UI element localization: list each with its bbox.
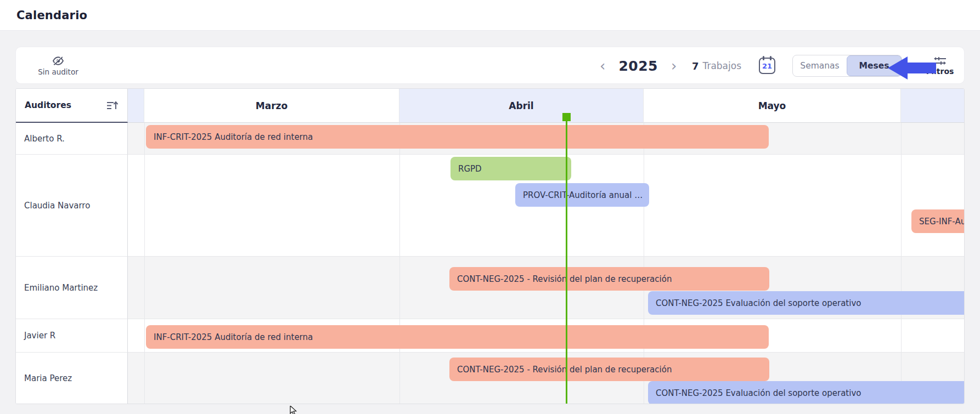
filters-label: Filtros	[926, 67, 954, 76]
gantt-task-bar[interactable]: CONT-NEG-2025 Evaluación del soporte ope…	[648, 291, 965, 315]
month-header-mayo: Mayo	[644, 89, 901, 123]
month-divider	[144, 155, 145, 256]
gantt-task-bar[interactable]: CONT-NEG-2025 - Revisión del plan de rec…	[449, 267, 769, 291]
year-navigation: ‹ 2025 ›	[598, 47, 679, 84]
today-marker-handle[interactable]	[562, 113, 571, 121]
no-auditor-toggle[interactable]: Sin auditor	[28, 52, 88, 80]
timeline-lane: INF-CRIT-2025 Auditoría de red interna	[128, 123, 965, 155]
sort-ascending-icon[interactable]	[106, 101, 119, 110]
timeline-lane: INF-CRIT-2025 Auditoría de red interna	[128, 319, 965, 353]
gantt-task-bar[interactable]: RGPD	[450, 157, 571, 180]
auditor-name[interactable]: Javier R	[16, 319, 128, 353]
month-header-abril: Abril	[399, 89, 644, 123]
month-divider	[399, 257, 400, 319]
gantt-task-bar[interactable]: SEG-INF-Aud	[911, 209, 965, 233]
auditors-header-label: Auditores	[25, 100, 71, 110]
month-divider	[144, 257, 145, 319]
gantt-task-bar[interactable]: INF-CRIT-2025 Auditoría de red interna	[146, 325, 769, 349]
filters-button[interactable]: Filtros	[920, 51, 960, 81]
jobs-count: 7	[692, 60, 699, 72]
grid-header-row: Auditores MarzoAbrilMayo	[16, 89, 965, 123]
auditor-name[interactable]: Claudia Navarro	[16, 155, 128, 257]
eye-off-icon	[52, 56, 64, 66]
view-option-meses[interactable]: Meses	[847, 55, 902, 76]
month-divider	[399, 353, 400, 404]
previous-year-button[interactable]: ‹	[598, 59, 607, 73]
month-header-marzo: Marzo	[144, 89, 399, 123]
no-auditor-label: Sin auditor	[38, 67, 78, 76]
timeline-lane: CONT-NEG-2025 - Revisión del plan de rec…	[128, 257, 965, 319]
view-option-semanas[interactable]: Semanas	[793, 55, 847, 76]
jobs-count-label: Trabajos	[703, 60, 741, 71]
page-title: Calendario	[16, 0, 87, 31]
auditor-row: Alberto R.INF-CRIT-2025 Auditoría de red…	[16, 123, 965, 155]
jobs-counter: 7 Trabajos	[692, 47, 741, 84]
auditor-name[interactable]: Alberto R.	[16, 123, 128, 155]
timeline-lane: CONT-NEG-2025 - Revisión del plan de rec…	[128, 353, 965, 404]
auditor-row: Javier RINF-CRIT-2025 Auditoría de red i…	[16, 319, 965, 353]
gantt-task-bar[interactable]: CONT-NEG-2025 - Revisión del plan de rec…	[449, 358, 769, 381]
gantt-task-bar[interactable]: PROV-CRIT-Auditoría anual …	[515, 183, 649, 207]
auditor-name[interactable]: Emiliano Martinez	[16, 257, 128, 319]
auditors-header-cell: Auditores	[16, 89, 128, 123]
month-header-edge	[128, 89, 144, 123]
view-mode-toggle: SemanasMeses	[792, 55, 902, 77]
month-divider	[144, 123, 145, 154]
gantt-task-bar[interactable]: INF-CRIT-2025 Auditoría de red interna	[146, 125, 769, 149]
month-divider	[901, 123, 902, 154]
grid-body: Alberto R.INF-CRIT-2025 Auditoría de red…	[16, 123, 965, 404]
month-divider	[144, 319, 145, 352]
month-divider	[144, 353, 145, 404]
timeline-lane: RGPDPROV-CRIT-Auditoría anual …SEG-INF-A…	[128, 155, 965, 257]
gantt-task-bar[interactable]: CONT-NEG-2025 Evaluación del soporte ope…	[648, 381, 965, 404]
month-header-edge	[901, 89, 965, 123]
calendar-toolbar: Sin auditor ‹ 2025 › 7 Trabajos 21 Seman…	[15, 47, 965, 84]
auditor-name[interactable]: Maria Perez	[16, 353, 128, 404]
auditor-row: Maria PerezCONT-NEG-2025 - Revisión del …	[16, 353, 965, 404]
calendar-day-number: 21	[762, 62, 772, 70]
year-label: 2025	[618, 58, 658, 74]
next-year-button[interactable]: ›	[669, 59, 679, 73]
month-divider	[901, 155, 902, 256]
month-divider	[399, 155, 400, 256]
gantt-calendar-grid: Auditores MarzoAbrilMayo Alberto R.INF-C…	[15, 88, 965, 404]
month-divider	[901, 319, 902, 352]
auditor-row: Emiliano MartinezCONT-NEG-2025 - Revisió…	[16, 257, 965, 319]
filter-sliders-icon	[933, 56, 947, 66]
auditor-row: Claudia NavarroRGPDPROV-CRIT-Auditoría a…	[16, 155, 965, 257]
top-title-bar: Calendario	[0, 0, 980, 31]
calendar-day-button[interactable]: 21	[759, 58, 775, 74]
mouse-cursor-icon	[290, 406, 298, 414]
